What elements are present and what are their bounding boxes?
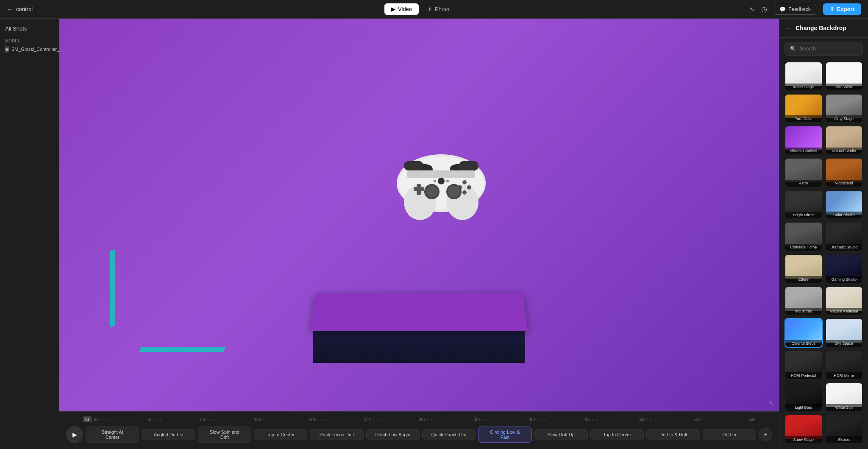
export-button[interactable]: ⇧ Export — [823, 3, 861, 15]
backdrop-item-snow-stage[interactable]: Snow Stage — [785, 414, 823, 444]
backdrop-thumb-hdri-mirror — [826, 351, 862, 375]
search-input[interactable] — [800, 46, 857, 52]
backdrop-item-industries[interactable]: Industries — [785, 286, 823, 316]
shot-chip-2[interactable]: Slow Spin andDrift — [198, 427, 251, 443]
backdrop-thumb-pure-color — [785, 95, 822, 118]
shot-chip-0[interactable]: Straight AtCenter — [86, 427, 139, 443]
timeline-ruler: 0s 0s 5s — [59, 415, 779, 424]
photo-tab-label: Photo — [435, 6, 449, 12]
backdrop-item-light-bars[interactable]: Light Bars — [785, 382, 823, 412]
backdrop-item-nightstand[interactable]: Nightstand — [825, 158, 863, 187]
photo-tab[interactable]: ☀ Photo — [420, 3, 456, 15]
ruler-mark-0s: 0s — [94, 417, 99, 422]
video-tab[interactable]: ▶ Video — [384, 3, 419, 15]
shot-chip-3[interactable]: Top to Center — [254, 429, 307, 440]
backdrop-item-ettore[interactable]: Ettore — [785, 254, 823, 284]
model-name: SM_Glossi_Controller_... — [11, 47, 63, 52]
ruler-dots-2 — [153, 419, 199, 420]
backdrop-label-natural-pedestal: Natural Pedestal — [826, 308, 862, 315]
ruler-mark-25s: 25s — [364, 417, 371, 422]
topbar-title: control — [16, 6, 33, 12]
backdrop-thumb-hdri-pedestal — [785, 351, 822, 375]
ruler-mark-30s: 30s — [419, 417, 426, 422]
backdrop-item-concrete-home[interactable]: Concrete Home — [785, 222, 823, 251]
ruler-marks-row: 0s 5s 10s — [94, 417, 755, 422]
add-shot-button[interactable]: + — [759, 428, 772, 441]
backdrop-item-gray-stage[interactable]: Gray Stage — [825, 94, 863, 123]
topbar-right: ∿ ◷ 💬 Feedback ⇧ Export — [749, 3, 861, 15]
svg-point-9 — [467, 185, 471, 190]
backdrop-item-astro[interactable]: Astro — [785, 158, 823, 187]
history-icon[interactable]: ◷ — [761, 5, 767, 13]
svg-point-16 — [438, 178, 445, 184]
backdrop-label-white-sun: White Sun — [826, 404, 862, 411]
backdrop-item-colorful-steps[interactable]: Colorful Steps — [785, 318, 823, 348]
topbar-center: ▶ Video ☀ Photo — [92, 3, 749, 15]
ruler-dots-9 — [537, 419, 584, 420]
search-box[interactable]: 🔍 — [785, 42, 863, 56]
ruler-dots-7 — [427, 419, 474, 420]
backdrop-label-exhibit: Exhibit — [826, 436, 862, 443]
backdrop-item-white-stage[interactable]: White Stage — [785, 61, 823, 91]
backdrop-thumb-vibrant-gradient — [785, 126, 822, 150]
backdrop-label-hdri-pedestal: HDRI Pedestal — [785, 372, 822, 379]
backdrop-item-sky-space[interactable]: Sky Space — [825, 318, 863, 348]
timeline: 0s 0s 5s — [59, 411, 779, 449]
shot-chip-7[interactable]: Circling Low &Fast — [478, 427, 531, 443]
controller-3d-model — [386, 137, 496, 221]
backdrop-item-natural-pedestal[interactable]: Natural Pedestal — [825, 286, 863, 316]
scene-background: ⤡ — [59, 19, 779, 411]
ruler-mark-55s: 55s — [693, 417, 700, 422]
backdrop-item-natural-studio[interactable]: Natural Studio — [825, 125, 863, 155]
shot-chip-5[interactable]: Dutch Low Angle — [366, 429, 420, 440]
svg-point-8 — [462, 180, 467, 184]
shot-chip-10[interactable]: Drift In & Roll — [646, 429, 700, 440]
backdrop-thumb-light-bars — [785, 383, 822, 407]
panel-back-icon[interactable]: ← — [786, 25, 792, 31]
backdrop-item-gaming-studio[interactable]: Gaming Studio — [825, 254, 863, 284]
backdrop-item-hdri-mirror[interactable]: HDRI Mirror — [825, 350, 863, 380]
backdrop-item-hdri-pedestal[interactable]: HDRI Pedestal — [785, 350, 823, 380]
model-icon: ▣ — [5, 46, 9, 53]
backdrop-item-white-sun[interactable]: White Sun — [825, 382, 863, 412]
current-time-badge: 0s — [83, 416, 92, 422]
shot-chip-6[interactable]: Quick Punch Out — [422, 429, 476, 440]
topbar-left: ← control — [7, 6, 92, 13]
backdrop-thumb-sky-space — [826, 319, 862, 343]
backdrop-thumb-snow-stage — [785, 415, 822, 439]
shot-chip-8[interactable]: Slow Drift Up — [534, 429, 588, 440]
feedback-button[interactable]: 💬 Feedback — [774, 4, 816, 15]
ruler-dots-3 — [208, 419, 254, 420]
backdrop-thumb-concrete-home — [785, 223, 822, 246]
svg-point-13 — [426, 186, 438, 198]
backdrop-item-pure-color[interactable]: Pure Color — [785, 94, 823, 123]
shot-chip-4[interactable]: Rack Focus Drift — [310, 429, 363, 440]
backdrop-grid: White StagePure WhitePure ColorGray Stag… — [779, 60, 868, 449]
ruler-mark-20s: 20s — [309, 417, 316, 422]
backdrop-label-dramatic-studio: Dramatic Studio — [826, 244, 862, 251]
backdrop-label-ettore: Ettore — [785, 276, 822, 283]
platform-front-face — [313, 329, 525, 363]
export-arrow-icon: ⇧ — [830, 6, 835, 12]
ruler-inner: 0s 5s 10s — [94, 417, 755, 422]
shot-chip-1[interactable]: Angled Drift In — [142, 429, 195, 440]
backdrop-label-colorful-steps: Colorful Steps — [785, 340, 822, 347]
ruler-dots-8 — [482, 419, 529, 420]
shot-chip-11[interactable]: Drift In — [703, 429, 756, 440]
svg-point-19 — [434, 180, 436, 182]
model-item[interactable]: ▣ SM_Glossi_Controller_... — [5, 46, 54, 53]
backdrop-item-pure-white[interactable]: Pure White — [825, 61, 863, 91]
backdrop-item-vibrant-gradient[interactable]: Vibrant Gradient — [785, 125, 823, 155]
backdrop-item-color-blocks[interactable]: Color Blocks — [825, 190, 863, 220]
ruler-dots-12 — [702, 419, 748, 420]
back-icon[interactable]: ← — [7, 6, 13, 13]
backdrop-item-exhibit[interactable]: Exhibit — [825, 414, 863, 444]
backdrop-item-dramatic-studio[interactable]: Dramatic Studio — [825, 222, 863, 251]
all-shots-label: All Shots — [5, 25, 54, 32]
export-label: Export — [837, 6, 854, 12]
play-button[interactable]: ▶ — [66, 426, 83, 443]
fullscreen-icon[interactable]: ⤡ — [769, 399, 774, 406]
wifi-icon[interactable]: ∿ — [749, 5, 754, 13]
shot-chip-9[interactable]: Top to Center — [590, 429, 644, 440]
backdrop-item-bright-mirror[interactable]: Bright Mirror — [785, 190, 823, 220]
